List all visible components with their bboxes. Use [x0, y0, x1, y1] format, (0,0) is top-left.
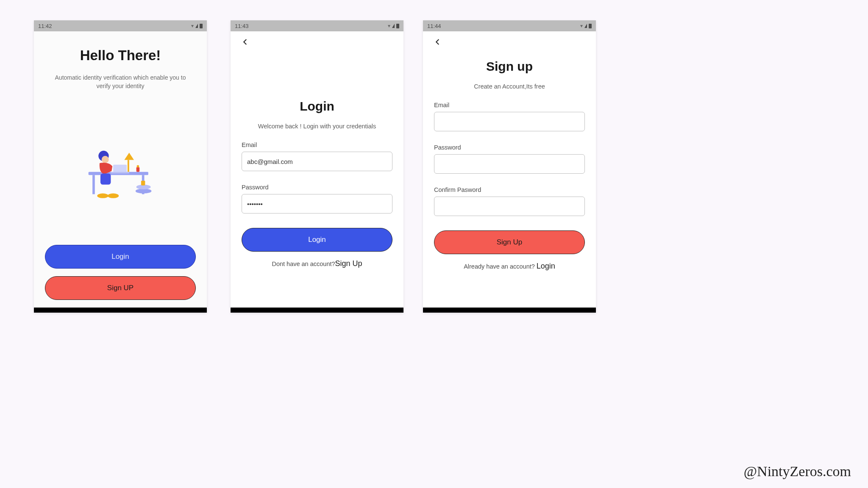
signal-icon	[584, 24, 587, 28]
svg-rect-8	[100, 173, 111, 184]
back-button[interactable]	[431, 36, 444, 48]
login-prompt-text: Already have an account?	[464, 263, 537, 270]
status-bar: 11:42 ▾	[34, 20, 207, 31]
welcome-screen: 11:42 ▾ Hello There! Automatic identity …	[34, 20, 207, 313]
welcome-illustration	[45, 94, 196, 245]
login-button[interactable]: Login	[45, 245, 196, 269]
email-label: Email	[242, 141, 392, 148]
signup-submit-button[interactable]: Sign Up	[434, 230, 585, 254]
nav-bar	[423, 308, 596, 313]
signup-prompt: Dont have an account?Sign Up	[242, 259, 392, 268]
svg-rect-11	[136, 167, 140, 172]
confirm-password-input[interactable]	[434, 197, 585, 216]
password-input[interactable]	[434, 154, 585, 174]
status-icons: ▾	[580, 23, 592, 29]
email-input[interactable]	[242, 152, 392, 171]
page-title: Login	[242, 99, 392, 114]
signal-icon	[195, 24, 198, 28]
confirm-password-label: Confirm Pasword	[434, 186, 585, 193]
nav-bar	[231, 308, 403, 313]
signup-prompt-text: Dont have an account?	[272, 261, 335, 267]
svg-rect-3	[128, 160, 129, 172]
status-bar: 11:43 ▾	[231, 20, 403, 31]
email-label: Email	[434, 102, 585, 108]
status-icons: ▾	[388, 23, 399, 29]
signup-submit-label: Sign Up	[497, 238, 522, 247]
signal-icon	[392, 24, 395, 28]
email-field-group: Email	[242, 141, 392, 171]
password-field-group: Password	[242, 184, 392, 214]
password-field-group: Password	[434, 144, 585, 174]
svg-point-10	[108, 193, 119, 198]
battery-icon	[396, 24, 399, 28]
login-submit-button[interactable]: Login	[242, 228, 392, 252]
svg-rect-5	[111, 172, 129, 173]
svg-rect-4	[113, 164, 127, 172]
svg-rect-15	[141, 180, 145, 185]
page-title: Sign up	[434, 59, 585, 74]
login-submit-label: Login	[308, 236, 326, 244]
back-button[interactable]	[239, 36, 252, 48]
signup-button[interactable]: Sign UP	[45, 276, 196, 300]
svg-point-9	[97, 193, 108, 198]
confirm-password-field-group: Confirm Pasword	[434, 186, 585, 216]
signup-button-label: Sign UP	[107, 284, 134, 292]
password-input[interactable]	[242, 194, 392, 214]
password-label: Password	[434, 144, 585, 151]
nav-bar	[34, 308, 207, 313]
wifi-icon: ▾	[191, 23, 194, 29]
page-title: Hello There!	[45, 47, 196, 64]
status-icons: ▾	[191, 23, 203, 29]
watermark: @NintyZeros.com	[744, 463, 851, 480]
chevron-left-icon	[434, 38, 442, 46]
svg-point-7	[102, 156, 109, 163]
page-subtitle: Automatic identity verification which en…	[45, 74, 196, 90]
login-link[interactable]: Login	[537, 262, 555, 270]
email-field-group: Email	[434, 102, 585, 131]
status-time: 11:43	[235, 23, 249, 29]
email-input[interactable]	[434, 112, 585, 131]
password-label: Password	[242, 184, 392, 191]
chevron-left-icon	[242, 38, 249, 46]
login-button-label: Login	[111, 252, 129, 261]
svg-rect-1	[92, 175, 95, 194]
wifi-icon: ▾	[580, 23, 583, 29]
status-time: 11:44	[427, 23, 441, 29]
login-prompt: Already have an account? Login	[434, 262, 585, 271]
signup-screen: 11:44 ▾ Sign up Create an Account,Its fr…	[423, 20, 596, 313]
page-subtitle: Create an Account,Its free	[434, 83, 585, 90]
page-subtitle: Welcome back ! Login with your credentia…	[242, 123, 392, 130]
login-screen: 11:43 ▾ Login Welcome back ! Login with …	[231, 20, 403, 313]
battery-icon	[200, 24, 203, 28]
battery-icon	[589, 24, 592, 28]
wifi-icon: ▾	[388, 23, 390, 29]
signup-link[interactable]: Sign Up	[335, 259, 362, 268]
status-time: 11:42	[38, 23, 52, 29]
status-bar: 11:44 ▾	[423, 20, 596, 31]
svg-point-12	[137, 165, 139, 167]
